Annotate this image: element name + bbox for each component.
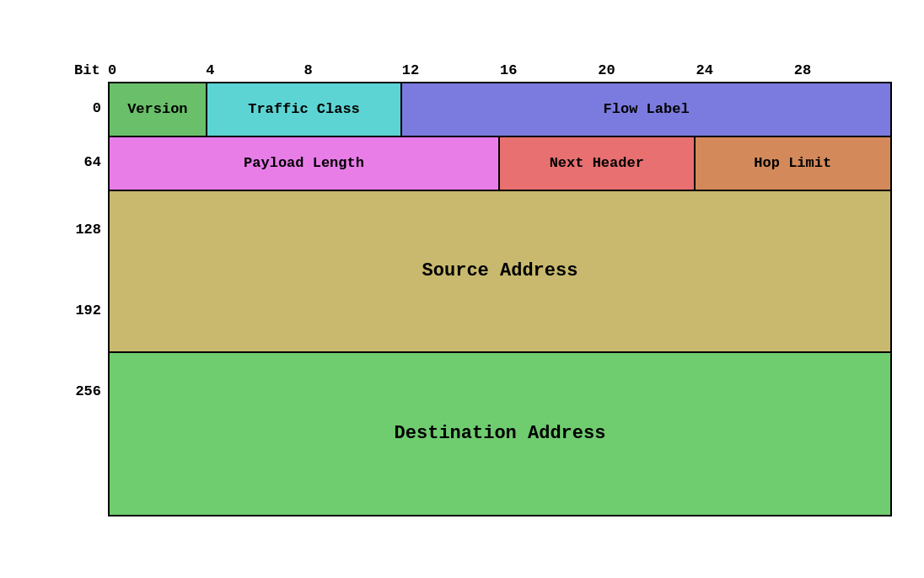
bit-tick-8: 8 [304, 62, 402, 78]
bit-header: Bit 0 4 8 12 16 20 24 28 [74, 62, 892, 78]
bit-tick-16: 16 [500, 62, 598, 78]
row-label-192: 192 [74, 270, 108, 351]
diagram-container: Bit 0 4 8 12 16 20 24 28 0 64 128 192 25… [24, 45, 900, 533]
cell-source-address: Source Address [110, 191, 890, 351]
cell-traffic-class: Traffic Class [207, 83, 403, 136]
bit-tick-0: 0 [108, 62, 206, 78]
cell-version: Version [110, 83, 207, 136]
row-labels: 0 64 128 192 256 [74, 82, 108, 516]
bit-tick-28: 28 [794, 62, 892, 78]
grid-row-4: Destination Address [110, 353, 890, 515]
bit-tick-4: 4 [206, 62, 304, 78]
bit-tick-24: 24 [696, 62, 794, 78]
bit-tick-12: 12 [402, 62, 500, 78]
row-label-256: 256 [74, 351, 108, 432]
row-label-64: 64 [74, 136, 108, 190]
cell-payload-length: Payload Length [110, 137, 500, 190]
rows-area: 0 64 128 192 256 Version [74, 82, 892, 516]
bit-tick-20: 20 [598, 62, 696, 78]
grid-area: Version Traffic Class Flow Label Payload… [108, 82, 892, 516]
cell-destination-address: Destination Address [110, 353, 890, 515]
bit-label: Bit [74, 62, 108, 78]
grid-row-2: Payload Length Next Header Hop Limit [110, 137, 890, 191]
cell-flow-label: Flow Label [402, 83, 890, 136]
row-label-128: 128 [74, 190, 108, 270]
row-label-end [74, 432, 108, 513]
cell-hop-limit: Hop Limit [696, 137, 891, 190]
grid-row-1: Version Traffic Class Flow Label [110, 83, 890, 137]
row-label-0: 0 [74, 82, 108, 136]
grid-row-3: Source Address [110, 191, 890, 353]
cell-next-header: Next Header [500, 137, 696, 190]
